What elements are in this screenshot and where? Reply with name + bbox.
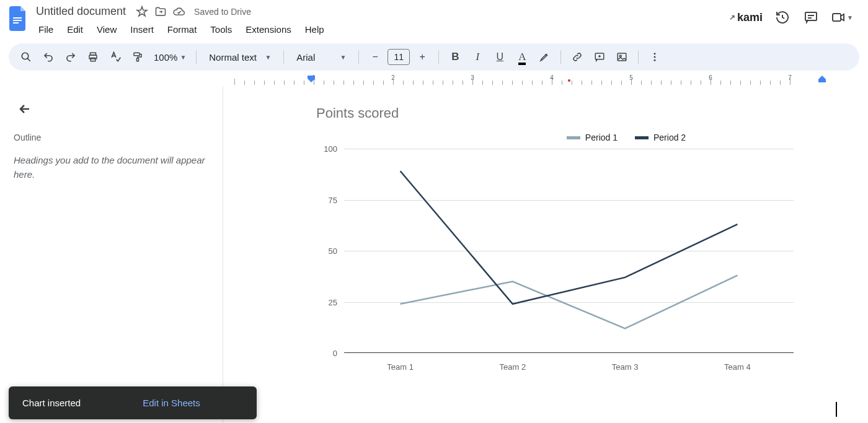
document-title[interactable]: Untitled document xyxy=(32,4,130,19)
svg-point-5 xyxy=(22,53,29,59)
y-axis: 0255075100 xyxy=(322,149,341,353)
redo-icon[interactable] xyxy=(61,47,81,67)
svg-rect-4 xyxy=(833,14,841,21)
horizontal-ruler[interactable]: 1234567 xyxy=(234,76,868,87)
insert-link-icon[interactable] xyxy=(567,47,587,67)
font-size-control: − 11 + xyxy=(365,47,432,67)
history-icon[interactable] xyxy=(774,9,791,26)
menu-extensions[interactable]: Extensions xyxy=(239,20,297,38)
style-value: Normal text xyxy=(209,52,257,63)
bold-icon[interactable]: B xyxy=(445,47,465,67)
separator xyxy=(196,50,197,64)
toast-message: Chart inserted xyxy=(22,398,81,408)
svg-point-16 xyxy=(654,59,656,61)
text-cursor xyxy=(836,402,837,417)
kami-label: kami xyxy=(737,11,763,24)
menu-insert[interactable]: Insert xyxy=(124,20,160,38)
chart-title: Points scored xyxy=(316,105,812,121)
more-icon[interactable] xyxy=(645,47,665,67)
add-comment-icon[interactable] xyxy=(590,47,609,67)
zoom-value: 100% xyxy=(154,52,177,63)
svg-point-15 xyxy=(654,56,656,58)
separator xyxy=(283,50,284,64)
legend-swatch xyxy=(635,136,649,139)
svg-rect-12 xyxy=(618,53,627,61)
outline-sidebar: Outline Headings you add to the document… xyxy=(0,87,223,423)
svg-rect-3 xyxy=(805,12,817,20)
header: Untitled document Saved to Drive File Ed… xyxy=(0,0,868,38)
svg-rect-2 xyxy=(13,22,19,24)
underline-icon[interactable]: U xyxy=(490,47,510,67)
menu-edit[interactable]: Edit xyxy=(61,20,89,38)
docs-logo-icon[interactable] xyxy=(7,4,30,33)
spellcheck-icon[interactable] xyxy=(105,47,125,67)
title-area: Untitled document Saved to Drive File Ed… xyxy=(32,4,727,38)
menu-file[interactable]: File xyxy=(32,20,60,38)
font-select[interactable]: Arial▼ xyxy=(290,52,352,63)
move-to-folder-icon[interactable] xyxy=(154,6,167,18)
star-icon[interactable] xyxy=(136,6,148,18)
svg-rect-9 xyxy=(134,53,140,56)
chart-lines xyxy=(344,149,794,353)
separator xyxy=(638,50,639,64)
menu-help[interactable]: Help xyxy=(299,20,330,38)
caret-down-icon: ▼ xyxy=(847,14,853,21)
font-size-input[interactable]: 11 xyxy=(388,49,410,65)
legend-item: Period 2 xyxy=(635,133,686,142)
toolbar: 100% ▼ Normal text▼ Arial▼ − 11 + B I U … xyxy=(9,43,859,71)
legend-swatch xyxy=(567,136,580,139)
paint-format-icon[interactable] xyxy=(128,47,148,67)
x-axis-labels: Team 1Team 2Team 3Team 4 xyxy=(344,362,794,372)
document-page[interactable]: Points scored Period 1 Period 2 02550751… xyxy=(223,87,868,423)
outline-empty-hint: Headings you add to the document will ap… xyxy=(14,154,209,181)
menu-bar: File Edit View Insert Format Tools Exten… xyxy=(32,20,727,38)
cloud-saved-icon[interactable] xyxy=(173,6,185,18)
legend-label: Period 1 xyxy=(585,133,618,142)
toast-action-link[interactable]: Edit in Sheets xyxy=(143,398,200,408)
zoom-select[interactable]: 100% ▼ xyxy=(150,52,190,63)
legend-label: Period 2 xyxy=(653,133,686,142)
italic-icon[interactable]: I xyxy=(467,47,487,67)
increase-font-icon[interactable]: + xyxy=(412,47,432,67)
chart-legend: Period 1 Period 2 xyxy=(316,133,812,142)
caret-down-icon: ▼ xyxy=(180,54,186,61)
separator xyxy=(560,50,561,64)
menu-view[interactable]: View xyxy=(91,20,123,38)
svg-rect-1 xyxy=(13,20,22,21)
save-status[interactable]: Saved to Drive xyxy=(194,7,251,17)
toast-notification: Chart inserted Edit in Sheets xyxy=(9,386,257,419)
meet-button[interactable]: ▼ xyxy=(831,10,853,25)
header-right: ↗kami ▼ xyxy=(729,9,861,26)
decrease-font-icon[interactable]: − xyxy=(365,47,385,67)
kami-extension[interactable]: ↗kami xyxy=(729,11,763,24)
insert-image-icon[interactable] xyxy=(612,47,632,67)
font-value: Arial xyxy=(296,52,315,63)
svg-point-14 xyxy=(654,53,656,55)
text-color-icon[interactable]: A xyxy=(512,47,532,67)
legend-item: Period 1 xyxy=(567,133,618,142)
separator xyxy=(358,50,359,64)
caret-down-icon: ▼ xyxy=(265,54,271,61)
search-icon[interactable] xyxy=(16,47,36,67)
separator xyxy=(438,50,439,64)
caret-down-icon: ▼ xyxy=(340,54,346,61)
menu-tools[interactable]: Tools xyxy=(204,20,238,38)
comments-icon[interactable] xyxy=(802,9,820,26)
svg-rect-10 xyxy=(137,58,139,61)
print-icon[interactable] xyxy=(83,47,103,67)
highlight-icon[interactable] xyxy=(534,47,554,67)
undo-icon[interactable] xyxy=(38,47,58,67)
svg-point-13 xyxy=(620,55,622,57)
paragraph-style-select[interactable]: Normal text▼ xyxy=(203,52,277,63)
chart-plot: 0255075100 Team 1Team 2Team 3Team 4 xyxy=(322,149,794,372)
close-outline-icon[interactable] xyxy=(14,98,36,120)
svg-rect-0 xyxy=(13,17,22,19)
outline-header: Outline xyxy=(14,133,209,142)
menu-format[interactable]: Format xyxy=(161,20,203,38)
inserted-chart[interactable]: Points scored Period 1 Period 2 02550751… xyxy=(316,105,812,372)
